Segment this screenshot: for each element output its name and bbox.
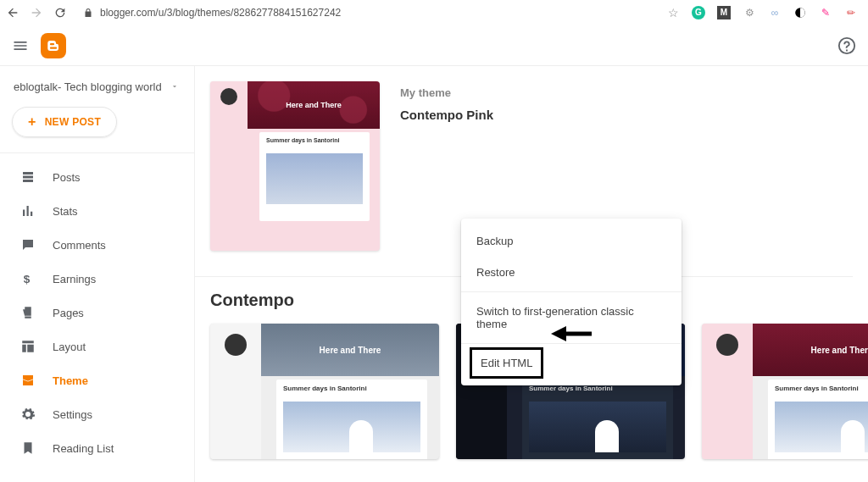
sidebar-label: Settings	[53, 408, 92, 421]
gear-icon[interactable]: ⚙	[743, 6, 756, 19]
sidebar-item-layout[interactable]: Layout	[0, 330, 194, 363]
earnings-icon: $	[20, 271, 36, 286]
plus-icon: +	[28, 114, 36, 130]
brush-icon[interactable]: ✎	[819, 6, 832, 19]
sidebar-label: Comments	[53, 239, 106, 252]
blogger-logo[interactable]	[41, 33, 66, 58]
sidebar-item-reading-list[interactable]: Reading List	[0, 431, 194, 465]
sidebar-item-comments[interactable]: Comments	[0, 228, 194, 262]
svg-text:$: $	[24, 273, 31, 285]
back-button[interactable]	[5, 5, 20, 20]
lock-icon	[83, 8, 93, 18]
browser-extensions: ☆ G M ⚙ ∞ ✎ ✏	[666, 6, 863, 19]
preview-hero-title: Here and There	[286, 101, 342, 109]
menu-item-backup[interactable]: Backup	[461, 225, 682, 257]
svg-marker-5	[551, 326, 566, 341]
forward-button[interactable]	[29, 5, 44, 20]
sidebar-item-stats[interactable]: Stats	[0, 194, 194, 228]
blogger-logo-icon	[46, 38, 61, 53]
s-icon[interactable]	[793, 6, 807, 19]
caret-down-icon	[170, 80, 179, 95]
preview-post-title: Summer days in Santorini	[529, 385, 666, 392]
sidebar-label: Posts	[53, 171, 81, 184]
help-button[interactable]	[837, 36, 856, 55]
avatar	[225, 334, 247, 356]
pencil-icon[interactable]: ✏	[844, 6, 858, 19]
menu-item-restore[interactable]: Restore	[461, 257, 682, 288]
m-icon[interactable]: M	[717, 6, 731, 19]
posts-icon	[20, 169, 36, 185]
settings-icon	[20, 407, 36, 422]
sidebar-label: Reading List	[53, 442, 114, 455]
sidebar-label: Layout	[53, 341, 86, 353]
sidebar-item-pages[interactable]: Pages	[0, 296, 194, 330]
link-icon[interactable]: ∞	[768, 6, 782, 19]
sidebar-item-theme[interactable]: Theme	[0, 363, 194, 397]
help-icon	[837, 36, 856, 55]
url-text: blogger.com/u/3/blog/themes/828627788415…	[100, 7, 341, 19]
menu-button[interactable]	[12, 37, 29, 54]
arrow-right-icon	[30, 6, 43, 19]
comments-icon	[20, 237, 36, 252]
annotation-arrow	[551, 323, 593, 348]
arrow-left-icon	[6, 6, 19, 19]
sidebar-label: Pages	[53, 307, 84, 319]
menu-item-edit-html[interactable]: Edit HTML	[470, 347, 543, 379]
my-theme-label: My theme	[400, 86, 868, 99]
sidebar-divider	[0, 152, 194, 153]
my-theme-name: Contempo Pink	[400, 108, 868, 122]
reload-icon	[53, 6, 67, 19]
star-icon[interactable]: ☆	[666, 6, 680, 19]
sidebar-label: Earnings	[53, 273, 96, 285]
layout-icon	[20, 339, 36, 354]
preview-post-title: Summer days in Santorini	[283, 385, 420, 392]
sidebar: eblogtalk- Tech blogging world + NEW POS…	[0, 66, 195, 482]
bookmark-icon	[20, 440, 36, 456]
grammarly-icon[interactable]: G	[692, 6, 705, 19]
blog-title-text: eblogtalk- Tech blogging world	[14, 80, 170, 95]
theme-card-light[interactable]: Here and There Summer days in Santorini	[210, 324, 439, 459]
theme-icon	[20, 373, 36, 388]
sidebar-item-settings[interactable]: Settings	[0, 397, 194, 431]
preview-post-title: Summer days in Santorini	[775, 385, 868, 392]
theme-card-pink[interactable]: Here and There Summer days in Santorini	[702, 324, 868, 459]
sidebar-item-posts[interactable]: Posts	[0, 160, 194, 194]
preview-hero-title: Here and There	[753, 324, 868, 376]
new-post-button[interactable]: + NEW POST	[12, 107, 117, 137]
address-bar[interactable]: blogger.com/u/3/blog/themes/828627788415…	[76, 7, 658, 19]
hamburger-icon	[12, 37, 29, 54]
preview-hero-title: Here and There	[261, 324, 439, 376]
arrow-left-annotation-icon	[551, 323, 593, 345]
avatar	[220, 88, 237, 105]
preview-post-title: Summer days in Santorini	[266, 137, 363, 143]
sidebar-label: Theme	[53, 374, 88, 387]
content-area: Here and There Summer days in Santorini …	[195, 66, 868, 482]
my-theme-thumbnail[interactable]: Here and There Summer days in Santorini	[210, 81, 380, 251]
browser-toolbar: blogger.com/u/3/blog/themes/828627788415…	[0, 0, 868, 25]
new-post-label: NEW POST	[45, 116, 101, 128]
pages-icon	[20, 305, 36, 320]
sidebar-label: Stats	[53, 205, 78, 218]
app-bar	[0, 25, 868, 66]
avatar	[716, 334, 738, 356]
reload-button[interactable]	[53, 5, 68, 20]
sidebar-item-earnings[interactable]: $ Earnings	[0, 262, 194, 296]
stats-icon	[20, 203, 36, 219]
theme-actions-menu: Backup Restore Switch to first-generatio…	[461, 219, 682, 385]
blog-selector[interactable]: eblogtalk- Tech blogging world	[0, 80, 194, 107]
